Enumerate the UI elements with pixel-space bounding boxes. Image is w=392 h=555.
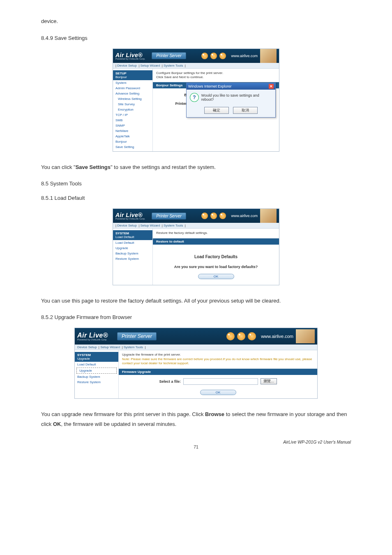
dialog-message: Would you like to save settings and rebo… bbox=[201, 93, 272, 102]
sidebar-item-tcp-ip[interactable]: TCP / IP bbox=[113, 112, 152, 118]
globe-icon bbox=[201, 53, 208, 59]
sidebar-item-restore-system[interactable]: Restore System bbox=[75, 379, 118, 385]
sidebar-item-load-default[interactable]: Load Default bbox=[75, 362, 118, 367]
brand-url[interactable]: www.airlive.com bbox=[261, 334, 293, 339]
paragraph-save-settings: You can click "Save Settings" to save th… bbox=[41, 162, 351, 173]
panel-description: Configure Bonjour settings for the print… bbox=[153, 69, 279, 83]
sidebar: SYSTEM Load Default Load Default Upgrade… bbox=[113, 229, 153, 284]
brand-logo: Air Live® bbox=[77, 332, 108, 339]
page-footer: AirLive WP-201G v2 User's Manual bbox=[41, 439, 351, 444]
brand-subline: Powered by OvisLink Corp. bbox=[77, 338, 114, 341]
sidebar-item-restore-system[interactable]: Restore System bbox=[113, 256, 152, 261]
header-graphic bbox=[260, 49, 277, 63]
dialog-ok-button[interactable]: 確定 bbox=[204, 107, 229, 114]
tab-setup-wizard[interactable]: Setup Wizard bbox=[140, 224, 160, 227]
paragraph-load-default: You can use this page to restore the fac… bbox=[41, 296, 351, 306]
sidebar-item-admin-password[interactable]: Admin Password bbox=[113, 86, 152, 91]
globe-icon bbox=[237, 332, 245, 340]
sidebar-item-bonjour[interactable]: Bonjour bbox=[113, 139, 152, 144]
sidebar-item-site-survey[interactable]: Site Survey bbox=[113, 102, 152, 107]
sidebar-item-appletalk[interactable]: AppleTalk bbox=[113, 134, 152, 139]
sidebar-item-advance-setting[interactable]: Advance Setting bbox=[113, 91, 152, 96]
sidebar-item-upgrade[interactable]: Upgrade bbox=[113, 245, 152, 251]
ok-button[interactable]: OK bbox=[200, 390, 236, 395]
sidebar: SETUP Bonjour System Admin Password Adva… bbox=[113, 69, 153, 151]
sidebar-section-setup: SETUP Bonjour bbox=[113, 70, 152, 80]
globe-icon bbox=[219, 213, 226, 219]
sidebar-item-save-setting[interactable]: Save Setting bbox=[113, 144, 152, 150]
load-defaults-confirm: Are you sure you want to load factory de… bbox=[157, 265, 275, 269]
panel-description: Upgrade the firmware of the print server… bbox=[119, 350, 317, 368]
panel-description: Restore the factory default settings. bbox=[153, 229, 279, 238]
input-file-path[interactable] bbox=[183, 378, 258, 385]
screenshot-upgrade-firmware: Air Live® Powered by OvisLink Corp. Prin… bbox=[41, 328, 351, 398]
sidebar-item-netware[interactable]: NetWare bbox=[113, 128, 152, 134]
tab-device-setup[interactable]: Device Setup bbox=[117, 224, 137, 227]
sidebar-item-load-default[interactable]: Load Default bbox=[113, 240, 152, 245]
tab-bar: | Device Setup | Setup Wizard | System T… bbox=[113, 63, 279, 69]
ok-button[interactable]: OK bbox=[198, 274, 234, 279]
tab-device-setup[interactable]: Device Setup bbox=[77, 345, 97, 349]
tab-system-tools[interactable]: System Tools bbox=[164, 64, 183, 67]
sidebar-section-system: SYSTEM Upgrade bbox=[75, 352, 118, 362]
tab-system-tools[interactable]: System Tools bbox=[124, 345, 143, 349]
paragraph-upgrade-firmware: You can upgrade new firmware for this pr… bbox=[41, 409, 351, 430]
globe-icon bbox=[201, 213, 208, 219]
close-icon[interactable]: ✕ bbox=[269, 84, 274, 89]
brand-url[interactable]: www.airlive.com bbox=[231, 54, 258, 58]
confirm-dialog: Windows Internet Explorer ✕ ? Would you … bbox=[186, 83, 276, 118]
tab-bar: | Device Setup | Setup Wizard | System T… bbox=[113, 223, 279, 229]
sidebar-section-system: SYSTEM Load Default bbox=[113, 230, 152, 240]
tab-bar: Device Setup | Setup Wizard | System Too… bbox=[75, 345, 317, 350]
dialog-cancel-button[interactable]: 取消 bbox=[233, 107, 258, 114]
section-bar: Restore to default bbox=[153, 238, 279, 245]
paragraph-device: device. bbox=[41, 16, 351, 27]
globe-icon bbox=[210, 213, 217, 219]
heading-851: 8.5.1 Load Default bbox=[41, 195, 351, 201]
tab-setup-wizard[interactable]: Setup Wizard bbox=[140, 64, 160, 67]
browse-button[interactable]: 瀏覽... bbox=[261, 378, 277, 384]
header-graphic bbox=[296, 329, 315, 343]
question-icon: ? bbox=[190, 93, 199, 102]
load-defaults-heading: Load Factory Defaults bbox=[157, 254, 275, 259]
globe-icon bbox=[248, 332, 256, 340]
header-title: Printer Server bbox=[152, 52, 186, 59]
sidebar-item-snmp[interactable]: SNMP bbox=[113, 123, 152, 128]
tab-setup-wizard[interactable]: Setup Wizard bbox=[100, 345, 120, 349]
globe-icon bbox=[226, 332, 235, 340]
brand-url[interactable]: www.airlive.com bbox=[231, 214, 258, 218]
panel-header: Air Live® Powered by OvisLink Corp. Prin… bbox=[75, 328, 317, 345]
brand-subline: Powered by OvisLink Corp. bbox=[115, 58, 148, 60]
sidebar-item-encryption[interactable]: Encryption bbox=[113, 107, 152, 112]
sidebar: SYSTEM Upgrade Load Default Upgrade Back… bbox=[75, 350, 119, 398]
panel-header: Air Live® Powered by OvisLink Corp. Prin… bbox=[113, 49, 279, 63]
screenshot-load-default: Air Live® Powered by OvisLink Corp. Prin… bbox=[41, 208, 351, 285]
sidebar-item-backup-system[interactable]: Backup System bbox=[75, 374, 118, 379]
tab-system-tools[interactable]: System Tools bbox=[164, 224, 183, 227]
heading-849: 8.4.9 Save Settings bbox=[41, 35, 351, 41]
sidebar-item-system[interactable]: System bbox=[113, 80, 152, 86]
header-title: Printer Server bbox=[152, 213, 186, 220]
sidebar-item-wireless-setting[interactable]: Wireless Setting bbox=[113, 96, 152, 102]
section-bar: Firmware Upgrade bbox=[119, 369, 317, 375]
sidebar-item-backup-system[interactable]: Backup System bbox=[113, 251, 152, 256]
panel-header: Air Live® Powered by OvisLink Corp. Prin… bbox=[113, 209, 279, 223]
sidebar-item-smb[interactable]: SMB bbox=[113, 118, 152, 123]
heading-85: 8.5 System Tools bbox=[41, 180, 351, 187]
header-graphic bbox=[260, 209, 277, 223]
label-select-file: Select a file: bbox=[159, 379, 181, 384]
page-number: 71 bbox=[41, 444, 351, 449]
globe-icon bbox=[210, 53, 217, 59]
tab-device-setup[interactable]: Device Setup bbox=[117, 64, 137, 67]
heading-852: 8.5.2 Upgrade Firmware from Browser bbox=[41, 314, 351, 320]
footer-manual-title: AirLive WP-201G v2 User's Manual bbox=[283, 439, 351, 444]
sidebar-item-upgrade[interactable]: Upgrade bbox=[76, 368, 117, 374]
dialog-title: Windows Internet Explorer bbox=[188, 84, 232, 88]
header-title: Printer Server bbox=[117, 332, 157, 340]
screenshot-save-settings: Air Live® Powered by OvisLink Corp. Prin… bbox=[41, 49, 351, 152]
brand-subline: Powered by OvisLink Corp. bbox=[115, 217, 148, 220]
globe-icon bbox=[219, 53, 226, 59]
